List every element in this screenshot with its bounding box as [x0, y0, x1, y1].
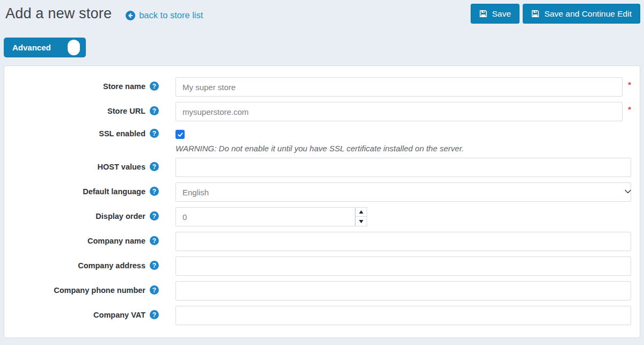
page-title: Add a new store — [5, 5, 112, 22]
display-order-label: Display order — [96, 212, 145, 221]
triangle-up-icon — [359, 210, 363, 214]
required-indicator: * — [623, 77, 631, 89]
floppy-disk-icon — [531, 10, 539, 18]
host-values-row: HOST values ? — [13, 158, 631, 177]
help-icon[interactable]: ? — [150, 310, 159, 319]
help-icon[interactable]: ? — [150, 106, 159, 115]
toggle-knob[interactable] — [68, 40, 80, 55]
save-button[interactable]: Save — [471, 4, 519, 24]
save-and-continue-button-label: Save and Continue Edit — [544, 9, 632, 19]
checkmark-icon — [177, 131, 184, 138]
company-vat-row: Company VAT ? — [13, 306, 631, 325]
store-name-input[interactable] — [175, 77, 623, 97]
ssl-enabled-row: SSL enabled ? WARNING: Do not enable it … — [13, 127, 631, 153]
display-order-spinner — [355, 207, 367, 226]
help-icon[interactable]: ? — [150, 261, 159, 270]
help-icon[interactable]: ? — [150, 162, 159, 171]
company-name-input[interactable] — [175, 232, 631, 251]
company-name-row: Company name ? — [13, 232, 631, 251]
ssl-enabled-label: SSL enabled — [99, 129, 145, 138]
display-order-row: Display order ? — [13, 207, 631, 226]
spinner-down-button[interactable] — [355, 217, 367, 226]
triangle-down-icon — [359, 220, 363, 223]
save-and-continue-button[interactable]: Save and Continue Edit — [523, 4, 640, 24]
help-icon[interactable]: ? — [150, 285, 159, 295]
company-phone-input[interactable] — [175, 281, 631, 300]
page-header: Add a new store back to store list Save — [0, 0, 644, 24]
company-address-input[interactable] — [175, 256, 631, 276]
default-language-select[interactable]: English — [175, 182, 631, 202]
help-icon[interactable]: ? — [150, 187, 159, 196]
company-vat-input[interactable] — [175, 306, 631, 325]
company-name-label: Company name — [87, 237, 145, 245]
advanced-toggle-label: Advanced — [12, 43, 51, 52]
ssl-enabled-checkbox[interactable] — [175, 130, 185, 139]
default-language-label: Default language — [83, 187, 145, 196]
help-icon[interactable]: ? — [150, 82, 159, 91]
store-url-row: Store URL ? * — [13, 102, 631, 121]
display-order-input[interactable] — [175, 207, 355, 226]
required-indicator: * — [623, 102, 631, 114]
help-icon[interactable]: ? — [150, 129, 159, 138]
company-phone-row: Company phone number ? — [13, 281, 631, 300]
header-buttons: Save Save and Continue Edit — [471, 4, 640, 24]
spinner-up-button[interactable] — [355, 207, 367, 217]
company-address-label: Company address — [78, 261, 145, 270]
company-phone-label: Company phone number — [54, 286, 145, 295]
store-url-input[interactable] — [175, 102, 623, 121]
floppy-disk-icon — [479, 10, 487, 18]
advanced-mode-toggle[interactable]: Advanced — [4, 38, 86, 57]
help-icon[interactable]: ? — [150, 236, 159, 245]
store-name-row: Store name ? * — [13, 77, 631, 97]
default-language-row: Default language ? English — [13, 182, 631, 202]
store-name-label: Store name — [103, 82, 145, 91]
help-icon[interactable]: ? — [150, 211, 159, 221]
save-button-label: Save — [492, 9, 511, 19]
host-values-input[interactable] — [175, 158, 631, 177]
company-vat-label: Company VAT — [93, 311, 145, 319]
ssl-warning-note: WARNING: Do not enable it until you have… — [175, 144, 623, 153]
store-url-label: Store URL — [107, 107, 145, 115]
store-form-panel: Store name ? * Store URL ? * SSL enabled… — [4, 65, 640, 338]
back-to-store-list-link[interactable]: back to store list — [126, 10, 203, 20]
host-values-label: HOST values — [98, 163, 145, 171]
company-address-row: Company address ? — [13, 256, 631, 276]
arrow-left-circle-icon — [126, 11, 135, 20]
back-link-label: back to store list — [139, 10, 203, 20]
